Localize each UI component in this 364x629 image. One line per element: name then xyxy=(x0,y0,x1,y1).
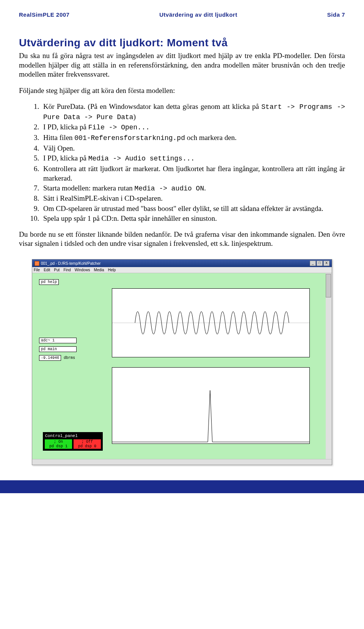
step-4: Välj Open. xyxy=(41,143,345,153)
pd-box-main[interactable]: pd main xyxy=(39,346,77,352)
menu-put[interactable]: Put xyxy=(54,268,60,272)
step-3: Hitta filen 001-Referensforstarkning.pd … xyxy=(41,133,345,143)
pd-spectrum-graph xyxy=(112,367,310,444)
spectrum-peak-icon xyxy=(112,368,309,443)
minimize-button[interactable]: _ xyxy=(310,261,316,266)
maximize-button[interactable]: □ xyxy=(317,261,323,266)
close-button[interactable]: X xyxy=(323,261,329,266)
pd-menubar: File Edit Put Find Windows Media Help xyxy=(32,267,332,273)
pd-control-panel: Control_panel ; On pd dsp 1 ; Off pd dsp… xyxy=(43,432,103,451)
step-9: Om CD-spelaren är utrustad med "bass boo… xyxy=(41,204,345,213)
menu-find[interactable]: Find xyxy=(63,268,71,272)
steps-list: Kör PureData. (På en Windowsdator kan de… xyxy=(19,102,345,223)
menu-help[interactable]: Help xyxy=(108,268,116,272)
pd-box-value[interactable]: -9.14946 xyxy=(39,355,61,361)
pd-label-dbrms: dbrms xyxy=(62,355,77,360)
pd-titlebar: 001_.pd - D:/RS-temp/Kohl/Patcher _ □ X xyxy=(32,259,332,267)
scrollbar-thumb[interactable] xyxy=(326,274,331,297)
pd-box-adc[interactable]: adc~ 1 xyxy=(39,338,77,343)
pd-control-title: Control_panel xyxy=(44,434,101,439)
embedded-screenshot: 001_.pd - D:/RS-temp/Kohl/Patcher _ □ X … xyxy=(19,259,345,465)
header-left: RealSimPLE 2007 xyxy=(19,11,69,18)
dsp-on-button[interactable]: ; On pd dsp 1 xyxy=(44,439,72,449)
intro-paragraph-1: Du ska nu få göra några test av ingångsd… xyxy=(19,51,345,79)
step-1: Kör PureData. (På en Windowsdator kan de… xyxy=(41,102,345,122)
dsp-off-button[interactable]: ; Off pd dsp 0 xyxy=(73,439,101,449)
pd-canvas: pd help adc~ 1 pd main -9.14946 dbrms xyxy=(32,273,332,459)
page-header: RealSimPLE 2007 Utvärdering av ditt ljud… xyxy=(19,11,345,18)
menu-windows[interactable]: Windows xyxy=(75,268,90,272)
page-footer-bar xyxy=(0,480,364,493)
step-5: I PD, klicka på Media -> Audio settings.… xyxy=(41,153,345,164)
horizontal-scrollbar[interactable] xyxy=(32,459,332,465)
step-10: Spela upp spår 1 på CD:n. Detta spår inn… xyxy=(41,214,345,223)
intro-paragraph-2: Följande steg hjälper dig att köra den f… xyxy=(19,86,345,96)
step-7: Starta modellen: markera rutan Media -> … xyxy=(41,183,345,193)
pd-box-help[interactable]: pd help xyxy=(39,279,59,285)
step-6: Kontrollera att rätt ljudkort är markera… xyxy=(41,164,345,183)
header-right: Sida 7 xyxy=(327,11,345,18)
menu-media[interactable]: Media xyxy=(94,268,104,272)
menu-edit[interactable]: Edit xyxy=(44,268,50,272)
step-2: I PD, klicka på File -> Open... xyxy=(41,122,345,132)
app-icon xyxy=(35,261,39,266)
after-paragraph: Du borde nu se ett fönster liknande bild… xyxy=(19,230,345,248)
pd-window-title: 001_.pd - D:/RS-temp/Kohl/Patcher xyxy=(41,261,100,266)
pd-window: 001_.pd - D:/RS-temp/Kohl/Patcher _ □ X … xyxy=(32,259,332,465)
page-title: Utvärdering av ditt ljudkort: Moment två xyxy=(19,37,345,49)
pd-time-graph xyxy=(112,288,310,357)
step-8: Sätt i RealSimPLE-skivan i CD-spelaren. xyxy=(41,193,345,203)
header-center: Utvärdering av ditt ljudkort xyxy=(159,11,237,18)
sine-wave-icon xyxy=(112,289,309,357)
menu-file[interactable]: File xyxy=(34,268,40,272)
